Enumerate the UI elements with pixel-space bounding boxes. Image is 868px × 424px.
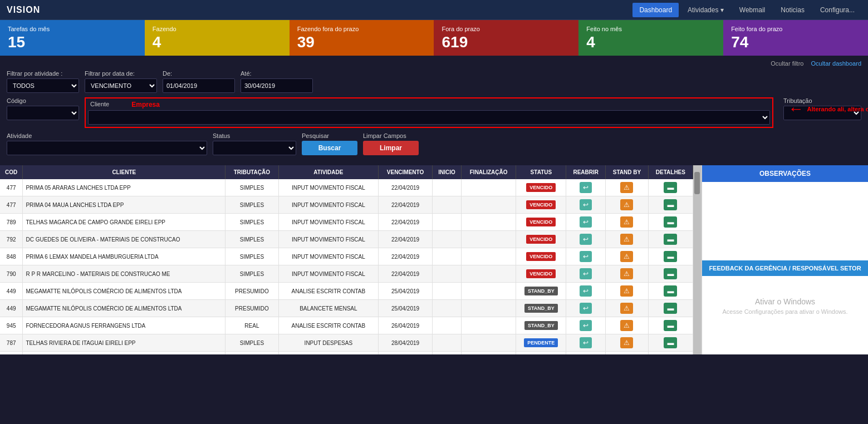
th-atividade: ATIVIDADE	[278, 165, 379, 179]
table-row: 789 TELHAS MAGARCA DE CAMPO GRANDE EIREL…	[0, 214, 693, 231]
standby-button[interactable]: ⚠	[620, 268, 633, 279]
cell-finalizacao	[461, 283, 516, 300]
detail-button[interactable]: ▬	[664, 234, 677, 245]
cell-inicio	[432, 196, 461, 214]
nav-dashboard[interactable]: Dashboard	[632, 3, 679, 17]
cell-cliente: PRIMA 6 LEMAX MANDELA HAMBURGUERIA LTDA	[23, 248, 225, 265]
detail-button[interactable]: ▬	[664, 182, 677, 193]
filter-section: Ocultar filtro Ocultar dashboard Filtrar…	[0, 56, 868, 165]
cell-detalhes: ▬	[648, 334, 693, 352]
cell-finalizacao	[461, 265, 516, 283]
empresa-label: Empresa	[131, 101, 160, 109]
reabrir-button[interactable]: ↩	[580, 303, 592, 314]
standby-button[interactable]: ⚠	[620, 320, 633, 331]
cell-atividade: ANALISE ESCRITR CONTAB	[278, 283, 379, 300]
atividade-group: Atividade	[7, 132, 207, 155]
standby-button[interactable]: ⚠	[620, 337, 633, 348]
empresa-select[interactable]	[88, 110, 770, 125]
table-row: 787 TELHAS RIVIERA DE ITAGUAI EIRELI EPP…	[0, 352, 693, 355]
cell-standby: ⚠	[606, 283, 649, 300]
stat-fazendo-fora[interactable]: Fazendo fora do prazo 39	[290, 20, 434, 56]
cell-vencimento: 22/04/2019	[379, 231, 433, 248]
reabrir-button[interactable]: ↩	[580, 216, 592, 228]
reabrir-button[interactable]: ↩	[580, 268, 592, 279]
cell-standby: ⚠	[606, 179, 649, 196]
stat-tarefas[interactable]: Tarefas do mês 15	[0, 20, 145, 56]
cell-inicio	[432, 352, 461, 355]
buscar-button[interactable]: Buscar	[302, 141, 357, 155]
ocultar-dashboard-link[interactable]: Ocultar dashboard	[811, 60, 862, 67]
table-wrapper: COD CLIENTE TRIBUTAÇÃO ATIVIDADE VENCIME…	[0, 165, 693, 354]
status-select[interactable]	[213, 141, 296, 155]
scrollbar-thumb	[694, 172, 700, 194]
th-inicio: INICIO	[432, 165, 461, 179]
de-input[interactable]	[163, 78, 235, 93]
cell-standby: ⚠	[606, 317, 649, 334]
stat-tarefas-value: 15	[8, 34, 137, 50]
standby-button[interactable]: ⚠	[620, 303, 633, 314]
standby-button[interactable]: ⚠	[620, 182, 633, 193]
detail-button[interactable]: ▬	[664, 303, 677, 314]
filtrar-data-select[interactable]: VENCIMENTO	[85, 78, 157, 93]
standby-button[interactable]: ⚠	[620, 285, 633, 297]
stat-fazendo[interactable]: Fazendo 4	[145, 20, 290, 56]
ocultar-filtro-link[interactable]: Ocultar filtro	[771, 60, 803, 67]
cell-cliente: MEGAMATTE NILÓPOLIS COMÉRCIO DE ALIMENTO…	[23, 300, 225, 317]
cell-status: VENCIDO	[516, 231, 566, 248]
table-scroll[interactable]: COD CLIENTE TRIBUTAÇÃO ATIVIDADE VENCIME…	[0, 165, 693, 354]
ate-group: Até:	[241, 70, 313, 93]
cell-cod: 945	[0, 317, 23, 334]
reabrir-button[interactable]: ↩	[580, 199, 592, 210]
cell-standby: ⚠	[606, 300, 649, 317]
reabrir-button[interactable]: ↩	[580, 182, 592, 193]
stat-feito-fora[interactable]: Feito fora do prazo 74	[723, 20, 868, 56]
cell-cod: 477	[0, 179, 23, 196]
detail-button[interactable]: ▬	[664, 285, 677, 297]
stat-feito-fora-value: 74	[731, 34, 860, 50]
cell-standby: ⚠	[606, 248, 649, 265]
detail-button[interactable]: ▬	[664, 268, 677, 279]
cell-cliente: TELHAS RIVIERA DE ITAGUAI EIRELI EPP	[23, 352, 225, 355]
brand-logo: VISION	[7, 5, 40, 15]
reabrir-button[interactable]: ↩	[580, 337, 592, 348]
status-badge: VENCIDO	[526, 235, 556, 244]
cell-cliente: TELHAS MAGARCA DE CAMPO GRANDE EIRELI EP…	[23, 214, 225, 231]
cell-tributacao: SIMPLES	[225, 214, 278, 231]
codigo-select[interactable]	[7, 106, 79, 120]
filtrar-atividade-select[interactable]: TODOS	[7, 78, 79, 93]
cell-atividade: CONCILIACAO BANCARIA	[278, 352, 379, 355]
cell-tributacao: SIMPLES	[225, 334, 278, 352]
nav-webmail[interactable]: Webmail	[733, 3, 772, 17]
nav-noticias[interactable]: Noticias	[774, 3, 811, 17]
standby-button[interactable]: ⚠	[620, 216, 633, 228]
stat-feito-mes[interactable]: Feito no mês 4	[578, 20, 723, 56]
cell-finalizacao	[461, 231, 516, 248]
limpar-button[interactable]: Limpar	[363, 141, 419, 155]
cell-finalizacao	[461, 300, 516, 317]
atividade-select[interactable]	[7, 141, 207, 155]
detail-button[interactable]: ▬	[664, 199, 677, 210]
cell-reabrir: ↩	[566, 334, 606, 352]
detail-button[interactable]: ▬	[664, 251, 677, 262]
detail-button[interactable]: ▬	[664, 337, 677, 348]
nav-atividades[interactable]: Atividades ▾	[681, 3, 730, 17]
detail-button[interactable]: ▬	[664, 320, 677, 331]
cell-finalizacao	[461, 334, 516, 352]
standby-button[interactable]: ⚠	[620, 251, 633, 262]
scrollbar[interactable]	[693, 165, 701, 354]
pesquisar-label: Pesquisar	[302, 132, 357, 139]
ate-input[interactable]	[241, 78, 313, 93]
reabrir-button[interactable]: ↩	[580, 320, 592, 331]
cell-inicio	[432, 317, 461, 334]
cell-cliente: MEGAMATTE NILÓPOLIS COMÉRCIO DE ALIMENTO…	[23, 283, 225, 300]
stat-fora-prazo[interactable]: Fora do prazo 619	[434, 20, 578, 56]
reabrir-button[interactable]: ↩	[580, 234, 592, 245]
detail-button[interactable]: ▬	[664, 216, 677, 228]
reabrir-button[interactable]: ↩	[580, 251, 592, 262]
reabrir-button[interactable]: ↩	[580, 285, 592, 297]
standby-button[interactable]: ⚠	[620, 199, 633, 210]
cell-tributacao: SIMPLES	[225, 265, 278, 283]
nav-configura[interactable]: Configura...	[813, 3, 861, 17]
standby-button[interactable]: ⚠	[620, 234, 633, 245]
stat-fazendo-fora-value: 39	[297, 34, 426, 50]
